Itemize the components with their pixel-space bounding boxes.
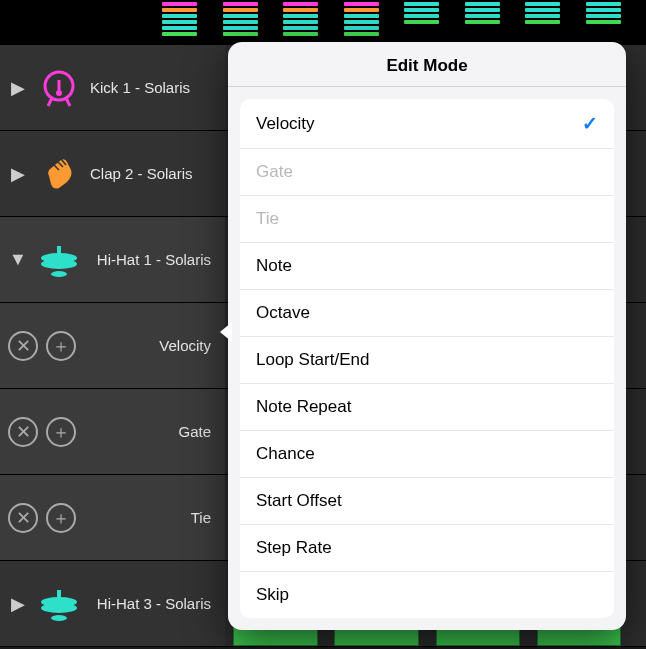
play-icon[interactable]: ▶ <box>8 163 28 185</box>
edit-mode-menu: Velocity✓GateTieNoteOctaveLoop Start/End… <box>240 99 614 618</box>
menu-item-label: Loop Start/End <box>256 350 369 370</box>
add-button[interactable]: ＋ <box>46 503 76 533</box>
play-icon[interactable]: ▶ <box>8 77 28 99</box>
track-label: Hi-Hat 3 - Solaris <box>90 595 225 613</box>
hihat-icon <box>36 581 82 627</box>
app-root: ▶ Kick 1 - Solaris ▶ <box>0 0 646 649</box>
menu-item-label: Skip <box>256 585 289 605</box>
menu-item-label: Note Repeat <box>256 397 351 417</box>
menu-item-skip[interactable]: Skip <box>240 572 614 618</box>
param-label: Velocity <box>84 337 225 354</box>
remove-button[interactable]: ✕ <box>8 417 38 447</box>
check-icon: ✓ <box>582 112 598 135</box>
add-button[interactable]: ＋ <box>46 331 76 361</box>
menu-item-step-rate[interactable]: Step Rate <box>240 525 614 572</box>
kick-icon <box>36 65 82 111</box>
svg-rect-10 <box>57 246 61 256</box>
menu-item-start-offset[interactable]: Start Offset <box>240 478 614 525</box>
remove-button[interactable]: ✕ <box>8 331 38 361</box>
clip-overview-bar <box>0 0 646 45</box>
svg-line-2 <box>66 98 70 106</box>
edit-mode-popover: Edit Mode Velocity✓GateTieNoteOctaveLoop… <box>228 42 626 630</box>
menu-item-velocity[interactable]: Velocity✓ <box>240 99 614 149</box>
menu-item-label: Note <box>256 256 292 276</box>
menu-item-label: Tie <box>256 209 279 229</box>
popover-arrow <box>220 322 232 342</box>
track-label: Clap 2 - Solaris <box>90 165 225 183</box>
menu-item-label: Start Offset <box>256 491 342 511</box>
clap-icon <box>36 151 82 197</box>
hihat-icon <box>36 237 82 283</box>
param-label: Gate <box>84 423 225 440</box>
menu-item-gate: Gate <box>240 149 614 196</box>
svg-point-11 <box>51 271 67 277</box>
menu-item-octave[interactable]: Octave <box>240 290 614 337</box>
menu-item-note-repeat[interactable]: Note Repeat <box>240 384 614 431</box>
svg-point-15 <box>51 615 67 621</box>
play-icon[interactable]: ▶ <box>8 593 28 615</box>
chevron-down-icon[interactable]: ▼ <box>8 249 28 270</box>
menu-item-loop-start-end[interactable]: Loop Start/End <box>240 337 614 384</box>
menu-item-note[interactable]: Note <box>240 243 614 290</box>
track-label: Hi-Hat 1 - Solaris <box>90 251 225 269</box>
track-label: Kick 1 - Solaris <box>90 79 225 97</box>
menu-item-chance[interactable]: Chance <box>240 431 614 478</box>
svg-point-13 <box>41 603 77 613</box>
add-button[interactable]: ＋ <box>46 417 76 447</box>
menu-item-label: Step Rate <box>256 538 332 558</box>
svg-rect-14 <box>57 590 61 600</box>
remove-button[interactable]: ✕ <box>8 503 38 533</box>
menu-item-label: Octave <box>256 303 310 323</box>
menu-item-tie: Tie <box>240 196 614 243</box>
menu-item-label: Gate <box>256 162 293 182</box>
menu-item-label: Velocity <box>256 114 315 134</box>
param-label: Tie <box>84 509 225 526</box>
menu-item-label: Chance <box>256 444 315 464</box>
svg-point-3 <box>56 90 62 96</box>
popover-title: Edit Mode <box>228 42 626 87</box>
svg-point-9 <box>41 259 77 269</box>
svg-line-1 <box>48 98 52 106</box>
